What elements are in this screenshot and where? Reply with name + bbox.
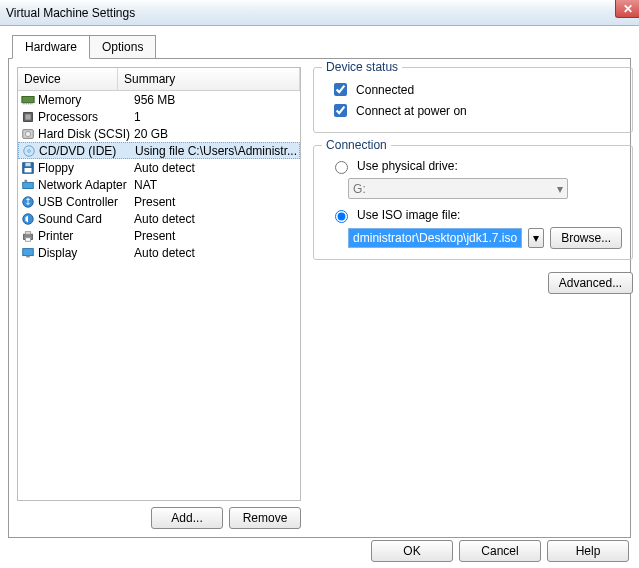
svg-rect-15 [25, 168, 32, 172]
device-summary: Auto detect [134, 161, 298, 175]
chevron-down-icon: ▾ [533, 231, 539, 245]
table-row[interactable]: DisplayAuto detect [18, 244, 300, 261]
table-row[interactable]: PrinterPresent [18, 227, 300, 244]
title-bar: Virtual Machine Settings ✕ [0, 0, 639, 26]
hdd-icon [20, 126, 36, 142]
iso-path-field[interactable]: dministrator\Desktop\jdk1.7.iso [348, 228, 522, 248]
connected-label: Connected [356, 83, 414, 97]
device-status-legend: Device status [322, 60, 402, 74]
cpu-icon [20, 109, 36, 125]
device-summary: Auto detect [134, 246, 298, 260]
svg-rect-17 [25, 179, 28, 182]
display-icon [20, 245, 36, 261]
add-button[interactable]: Add... [151, 507, 223, 529]
device-column: Device Summary Memory956 MBProcessors1Ha… [17, 67, 301, 529]
table-row[interactable]: Processors1 [18, 108, 300, 125]
memory-icon [20, 92, 36, 108]
ok-button-label: OK [403, 544, 420, 558]
settings-panel: Device Summary Memory956 MBProcessors1Ha… [8, 58, 631, 538]
tab-hardware[interactable]: Hardware [12, 35, 90, 59]
table-row[interactable]: USB ControllerPresent [18, 193, 300, 210]
connection-legend: Connection [322, 138, 391, 152]
device-name: Hard Disk (SCSI) [38, 127, 134, 141]
browse-button[interactable]: Browse... [550, 227, 622, 249]
table-row[interactable]: Hard Disk (SCSI)20 GB [18, 125, 300, 142]
table-row[interactable]: FloppyAuto detect [18, 159, 300, 176]
svg-rect-14 [25, 162, 30, 166]
device-summary: Present [134, 229, 298, 243]
browse-button-label: Browse... [561, 231, 611, 245]
device-name: Printer [38, 229, 134, 243]
close-icon: ✕ [623, 2, 633, 16]
physical-drive-value: G: [353, 182, 366, 196]
iso-dropdown-button[interactable]: ▾ [528, 228, 544, 248]
add-button-label: Add... [171, 511, 202, 525]
col-summary[interactable]: Summary [118, 68, 300, 90]
table-row[interactable]: Network AdapterNAT [18, 176, 300, 193]
cancel-button[interactable]: Cancel [459, 540, 541, 562]
svg-rect-1 [23, 102, 24, 104]
printer-icon [20, 228, 36, 244]
remove-button[interactable]: Remove [229, 507, 301, 529]
connected-checkbox-input[interactable] [334, 83, 347, 96]
device-summary: 1 [134, 110, 298, 124]
svg-rect-3 [26, 102, 27, 104]
svg-rect-23 [23, 248, 34, 255]
device-status-group: Device status Connected Connect at power… [313, 67, 633, 133]
device-name: Network Adapter [38, 178, 134, 192]
use-physical-label: Use physical drive: [357, 159, 458, 173]
close-button[interactable]: ✕ [615, 0, 639, 18]
connected-checkbox[interactable]: Connected [330, 80, 622, 99]
table-row[interactable]: Sound CardAuto detect [18, 210, 300, 227]
svg-rect-8 [25, 114, 30, 119]
tab-options[interactable]: Options [90, 35, 156, 59]
ok-button[interactable]: OK [371, 540, 453, 562]
device-summary: Present [134, 195, 298, 209]
device-table: Device Summary Memory956 MBProcessors1Ha… [17, 67, 301, 501]
help-button[interactable]: Help [547, 540, 629, 562]
cancel-button-label: Cancel [481, 544, 518, 558]
tab-hardware-label: Hardware [25, 40, 77, 54]
detail-column: Device status Connected Connect at power… [313, 67, 633, 529]
help-button-label: Help [576, 544, 601, 558]
remove-button-label: Remove [243, 511, 288, 525]
svg-rect-24 [26, 255, 30, 257]
device-name: USB Controller [38, 195, 134, 209]
svg-rect-2 [25, 102, 26, 104]
nic-icon [20, 177, 36, 193]
advanced-button-label: Advanced... [559, 276, 622, 290]
connect-poweron-checkbox-input[interactable] [334, 104, 347, 117]
device-table-header: Device Summary [18, 68, 300, 91]
sound-icon [20, 211, 36, 227]
svg-rect-6 [32, 102, 33, 104]
device-name: Memory [38, 93, 134, 107]
col-device[interactable]: Device [18, 68, 118, 90]
advanced-button[interactable]: Advanced... [548, 272, 633, 294]
svg-rect-4 [28, 102, 29, 104]
device-name: Floppy [38, 161, 134, 175]
device-summary: NAT [134, 178, 298, 192]
svg-point-10 [25, 131, 30, 136]
table-row[interactable]: CD/DVD (IDE)Using file C:\Users\Administ… [18, 142, 300, 159]
tab-options-label: Options [102, 40, 143, 54]
device-summary: Using file C:\Users\Administr... [135, 144, 297, 158]
device-name: Display [38, 246, 134, 260]
use-iso-label: Use ISO image file: [357, 208, 460, 222]
svg-rect-21 [25, 231, 30, 234]
table-row[interactable]: Memory956 MB [18, 91, 300, 108]
floppy-icon [20, 160, 36, 176]
use-physical-radio-input[interactable] [335, 161, 348, 174]
device-name: CD/DVD (IDE) [39, 144, 135, 158]
use-iso-radio[interactable]: Use ISO image file: [330, 207, 622, 223]
connection-group: Connection Use physical drive: G: ▾ Use … [313, 145, 633, 260]
physical-drive-select: G: ▾ [348, 178, 568, 199]
use-physical-radio[interactable]: Use physical drive: [330, 158, 622, 174]
connect-poweron-checkbox[interactable]: Connect at power on [330, 101, 622, 120]
svg-rect-16 [23, 182, 34, 188]
dialog-buttons: OK Cancel Help [371, 540, 629, 562]
connect-poweron-label: Connect at power on [356, 104, 467, 118]
device-name: Sound Card [38, 212, 134, 226]
use-iso-radio-input[interactable] [335, 210, 348, 223]
device-summary: 956 MB [134, 93, 298, 107]
chevron-down-icon: ▾ [557, 182, 563, 196]
